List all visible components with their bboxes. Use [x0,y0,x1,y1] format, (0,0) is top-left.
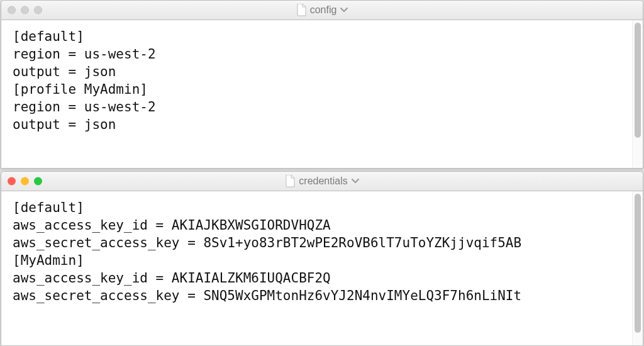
file-icon [296,4,306,16]
editor-line: [default] [13,200,84,215]
minimize-icon[interactable] [21,177,29,186]
chevron-down-icon[interactable] [340,8,348,13]
editor-line: aws_secret_access_key = SNQ5WxGPMtonHz6v… [13,288,521,303]
file-icon [285,175,295,187]
editor-line: [default] [13,29,84,44]
scrollbar-track[interactable] [632,20,643,168]
window-title-text: config [310,4,337,16]
window-config: config [default] region = us-west-2 outp… [1,0,643,169]
editor-credentials[interactable]: [default] aws_access_key_id = AKIAJKBXWS… [1,191,632,345]
window-title[interactable]: credentials [285,175,358,187]
editor-line: [profile MyAdmin] [13,82,148,97]
zoom-icon[interactable] [34,6,42,14]
scrollbar-thumb[interactable] [635,23,641,138]
close-icon[interactable] [8,6,16,14]
editor-line: aws_secret_access_key = 8Sv1+yo83rBT2wPE… [13,235,521,250]
window-title-text: credentials [299,176,347,187]
scrollbar-thumb[interactable] [635,194,641,333]
editor-line: [MyAdmin] [13,253,84,268]
editor-line: region = us-west-2 [13,99,156,114]
close-icon[interactable] [8,177,16,186]
editor-line: region = us-west-2 [13,47,156,62]
scrollbar-track[interactable] [632,191,643,345]
chevron-down-icon[interactable] [352,179,359,184]
traffic-lights [8,6,42,14]
editor-line: aws_access_key_id = AKIAJKBXWSGIORDVHQZA [13,218,331,233]
minimize-icon[interactable] [21,6,29,14]
editor-line: aws_access_key_id = AKIAIALZKM6IUQACBF2Q [13,271,331,286]
window-credentials: credentials [default] aws_access_key_id … [1,171,643,346]
titlebar-config[interactable]: config [1,1,643,20]
editor-line: output = json [13,64,116,79]
window-title[interactable]: config [296,4,348,16]
zoom-icon[interactable] [34,177,42,186]
editor-line: output = json [13,117,116,132]
editor-config[interactable]: [default] region = us-west-2 output = js… [1,20,632,168]
titlebar-credentials[interactable]: credentials [1,172,643,191]
traffic-lights [8,177,42,186]
